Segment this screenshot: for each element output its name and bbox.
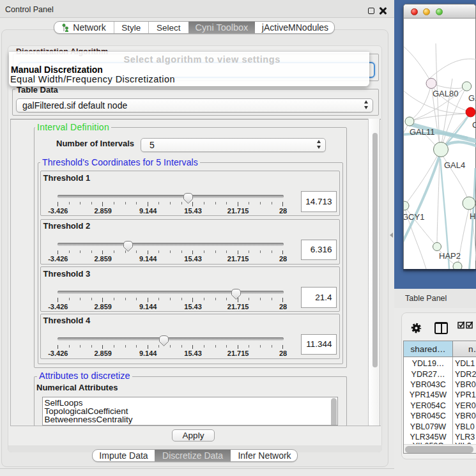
svg-text:G.: G. <box>468 93 476 103</box>
svg-text:GAL80: GAL80 <box>433 89 458 98</box>
svg-text:HAP2: HAP2 <box>439 251 461 261</box>
svg-text:GAL11: GAL11 <box>410 127 435 137</box>
svg-text:GAL4: GAL4 <box>444 160 465 170</box>
svg-text:H: H <box>470 211 475 221</box>
svg-text:GCY1: GCY1 <box>404 212 424 222</box>
svg-text:C: C <box>472 120 476 130</box>
